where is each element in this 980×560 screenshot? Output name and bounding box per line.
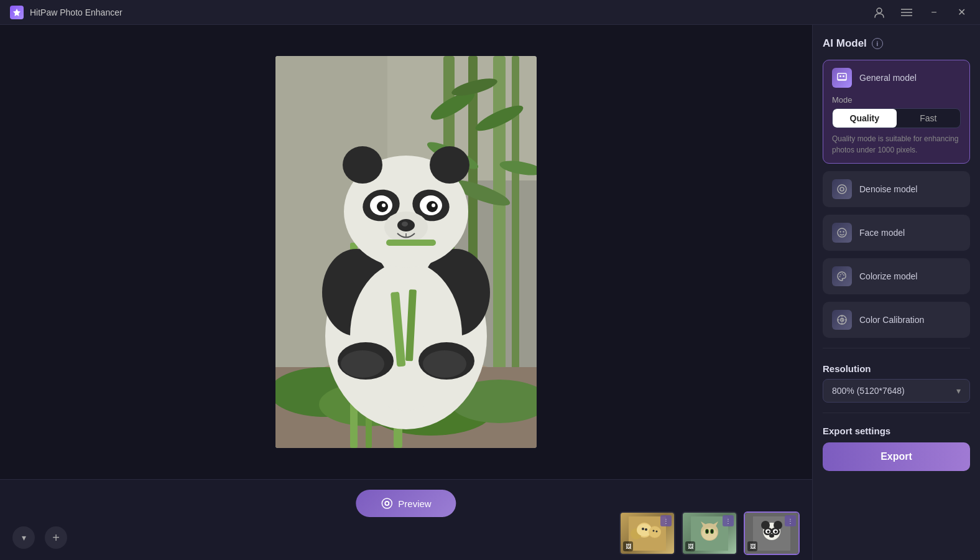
colorize-model-card[interactable]: Colorize model: [823, 258, 970, 294]
fast-mode-button[interactable]: Fast: [897, 109, 961, 128]
svg-point-96: [843, 274, 844, 276]
svg-rect-86: [843, 75, 844, 77]
svg-point-43: [402, 222, 408, 226]
face-model-icon: [832, 223, 852, 243]
resolution-chevron-icon: ▾: [956, 386, 961, 396]
svg-point-53: [386, 502, 388, 505]
svg-point-72: [711, 530, 713, 533]
svg-point-92: [843, 231, 844, 232]
face-model-card[interactable]: Face model: [823, 215, 970, 251]
thumbnail-panda[interactable]: 🖼 ⋮: [744, 511, 800, 555]
svg-point-90: [838, 228, 846, 237]
thumb-options-3[interactable]: ⋮: [785, 515, 796, 526]
general-model-header: General model: [832, 68, 961, 88]
thumb-type-icon-2: 🖼: [685, 541, 695, 551]
calibration-model-icon: [832, 310, 852, 330]
svg-rect-85: [839, 75, 841, 77]
thumbnail-cats[interactable]: 🖼 ⋮: [682, 511, 737, 555]
color-calibration-card[interactable]: Color Calibration: [823, 302, 970, 338]
thumbnail-dogs[interactable]: 🖼 ⋮: [619, 511, 675, 555]
title-bar: HitPaw Photo Enhancer − ✕: [0, 0, 980, 25]
bottom-bar: ▾ + Preview: [0, 479, 812, 560]
denoise-model-card[interactable]: Denoise model: [823, 171, 970, 207]
svg-point-71: [706, 530, 708, 533]
export-button[interactable]: Export: [823, 442, 970, 471]
app-title: HitPaw Photo Enhancer: [30, 7, 122, 17]
main-layout: ▾ + Preview: [0, 25, 980, 560]
center-area: ▾ + Preview: [0, 25, 812, 560]
add-image-button[interactable]: +: [45, 526, 67, 549]
quality-mode-button[interactable]: Quality: [833, 109, 897, 128]
thumb-type-icon-1: 🖼: [623, 541, 633, 551]
svg-point-48: [423, 350, 466, 378]
mode-section: Mode Quality Fast Quality mode is suitab…: [832, 95, 961, 156]
svg-point-95: [842, 273, 843, 274]
right-panel: AI Model i General model Mode: [812, 25, 980, 560]
preview-button[interactable]: Preview: [356, 490, 456, 517]
resolution-section: Resolution 800% (5120*7648) ▾: [823, 363, 970, 403]
resolution-dropdown[interactable]: 800% (5120*7648) ▾: [823, 379, 970, 403]
svg-point-59: [649, 526, 661, 538]
thumbnail-strip: 🖼 ⋮: [619, 511, 800, 560]
thumb-options-1[interactable]: ⋮: [660, 515, 672, 526]
divider-1: [823, 348, 970, 348]
denoise-model-icon: [832, 179, 852, 199]
general-model-icon: [832, 68, 852, 88]
ai-model-title: AI Model i: [823, 37, 970, 50]
image-area: [0, 25, 812, 479]
close-button[interactable]: ✕: [953, 4, 970, 21]
preview-btn-container: Preview: [356, 490, 456, 517]
minimize-button[interactable]: −: [925, 4, 943, 21]
dropdown-button[interactable]: ▾: [12, 526, 35, 549]
title-bar-right: − ✕: [871, 4, 970, 21]
mode-toggle: Quality Fast: [832, 108, 961, 128]
colorize-model-icon: [832, 266, 852, 286]
svg-point-29: [350, 261, 462, 411]
svg-point-93: [839, 276, 841, 278]
svg-point-32: [430, 146, 469, 184]
svg-point-39: [382, 203, 386, 207]
svg-point-89: [842, 189, 843, 190]
svg-point-63: [656, 530, 658, 532]
svg-point-40: [432, 203, 435, 207]
svg-point-91: [839, 231, 841, 232]
title-bar-left: HitPaw Photo Enhancer: [10, 6, 122, 19]
svg-point-0: [877, 8, 882, 13]
divider-2: [823, 413, 970, 413]
menu-button[interactable]: [898, 4, 915, 21]
svg-point-81: [767, 530, 770, 533]
app-logo: [10, 6, 24, 19]
svg-point-61: [645, 528, 647, 531]
main-image: [275, 56, 537, 448]
svg-point-66: [702, 528, 717, 540]
svg-point-94: [840, 274, 841, 276]
svg-rect-44: [386, 240, 436, 246]
ai-model-info-icon[interactable]: i: [872, 38, 883, 49]
export-section: Export settings Export: [823, 426, 970, 471]
svg-point-82: [775, 530, 777, 533]
svg-point-62: [653, 530, 655, 531]
svg-point-60: [642, 528, 644, 530]
svg-point-83: [769, 534, 774, 538]
thumb-type-icon-3: 🖼: [747, 541, 757, 551]
general-model-card[interactable]: General model Mode Quality Fast Quality …: [823, 60, 970, 164]
svg-point-31: [343, 146, 382, 184]
user-button[interactable]: [871, 4, 888, 21]
thumb-options-2[interactable]: ⋮: [723, 515, 734, 526]
svg-point-47: [341, 350, 384, 378]
